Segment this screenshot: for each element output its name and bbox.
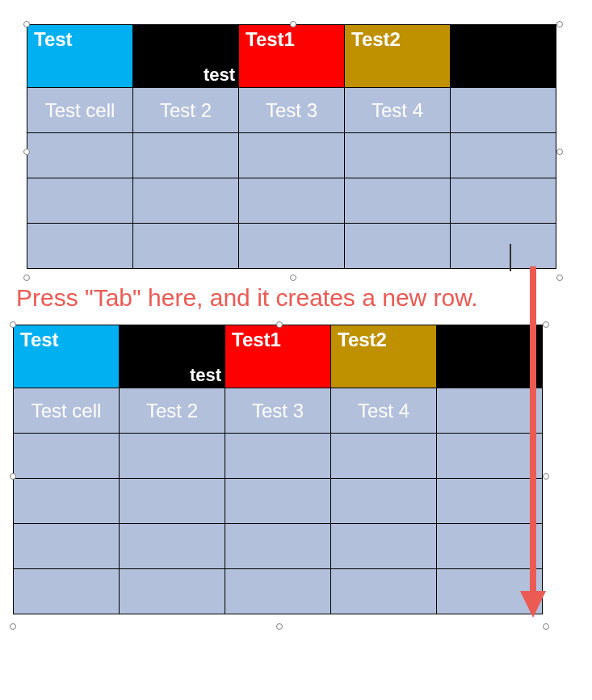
svg-marker-1 [520, 591, 546, 618]
arrow-down-icon [0, 0, 592, 700]
